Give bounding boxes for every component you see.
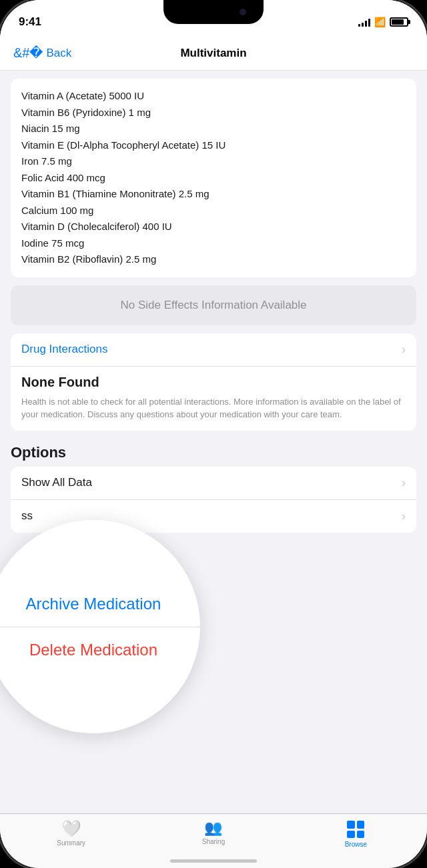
ingredient-item: Vitamin D (Cholecalciferol) 400 IU bbox=[21, 219, 406, 235]
ingredients-card: Vitamin A (Acetate) 5000 IU Vitamin B6 (… bbox=[11, 79, 416, 277]
signal-icon bbox=[358, 17, 370, 27]
status-icons: 📶 bbox=[358, 17, 408, 27]
status-time: 9:41 bbox=[19, 15, 41, 29]
chevron-right-icon: › bbox=[402, 509, 406, 523]
wifi-icon: 📶 bbox=[374, 17, 386, 27]
tab-sharing-label: Sharing bbox=[202, 838, 225, 845]
tab-sharing[interactable]: 👥 Sharing bbox=[142, 821, 284, 845]
back-button[interactable]: &#� Back bbox=[13, 47, 71, 60]
options-row-label: Show All Data bbox=[21, 476, 92, 489]
battery-icon bbox=[390, 17, 408, 27]
drug-interactions-header[interactable]: Drug Interactions › bbox=[11, 333, 416, 367]
drug-status: None Found bbox=[11, 367, 416, 393]
ingredient-item: Folic Acid 400 mcg bbox=[21, 170, 406, 187]
ingredient-item: Vitamin B6 (Pyridoxine) 1 mg bbox=[21, 105, 406, 121]
magnify-overlay: Archive Medication Delete Medication bbox=[0, 520, 200, 733]
ingredient-item: Calcium 100 mg bbox=[21, 203, 406, 219]
nav-bar: &#� Back Multivitamin bbox=[0, 36, 427, 71]
drug-interactions-label: Drug Interactions bbox=[21, 343, 107, 356]
main-content: Vitamin A (Acetate) 5000 IU Vitamin B6 (… bbox=[0, 71, 427, 813]
ingredient-item: Vitamin A (Acetate) 5000 IU bbox=[21, 88, 406, 105]
tab-summary-label: Summary bbox=[57, 839, 85, 847]
chevron-right-icon: › bbox=[402, 343, 406, 357]
notch bbox=[163, 0, 264, 24]
browse-icon bbox=[347, 821, 364, 838]
battery-fill bbox=[392, 19, 404, 25]
chevron-right-icon: › bbox=[402, 476, 406, 490]
home-indicator bbox=[170, 859, 257, 863]
archive-medication-button[interactable]: Archive Medication bbox=[0, 581, 200, 627]
page-title: Multivitamin bbox=[180, 47, 246, 60]
back-chevron-icon: &#� bbox=[13, 46, 43, 59]
drug-disclaimer: Health is not able to check for all pote… bbox=[11, 393, 416, 431]
sharing-icon: 👥 bbox=[204, 821, 222, 835]
options-section-header: Options bbox=[0, 431, 427, 467]
ingredient-item: Niacin 15 mg bbox=[21, 121, 406, 137]
options-row-show-all[interactable]: Show All Data › bbox=[11, 467, 416, 500]
tab-browse[interactable]: Browse bbox=[285, 821, 427, 848]
ingredient-item: Iodine 75 mcg bbox=[21, 235, 406, 252]
tab-browse-label: Browse bbox=[345, 841, 367, 848]
options-row-label: ss bbox=[21, 509, 33, 523]
side-effects-message: No Side Effects Information Available bbox=[120, 299, 306, 311]
drug-interactions-card: Drug Interactions › None Found Health is… bbox=[11, 333, 416, 431]
ingredient-item: Vitamin B2 (Riboflavin) 2.5 mg bbox=[21, 251, 406, 268]
ingredient-item: Vitamin E (Dl-Alpha Tocopheryl Acetate) … bbox=[21, 137, 406, 154]
ingredient-item: Vitamin B1 (Thiamine Mononitrate) 2.5 mg bbox=[21, 186, 406, 203]
ingredient-item: Iron 7.5 mg bbox=[21, 153, 406, 170]
ingredients-list: Vitamin A (Acetate) 5000 IU Vitamin B6 (… bbox=[21, 88, 406, 268]
tab-summary[interactable]: 🤍 Summary bbox=[0, 821, 142, 847]
heart-icon: 🤍 bbox=[61, 821, 81, 837]
delete-medication-button[interactable]: Delete Medication bbox=[0, 627, 200, 673]
side-effects-card: No Side Effects Information Available bbox=[11, 285, 416, 325]
status-bar: 9:41 📶 bbox=[0, 0, 427, 36]
back-label: Back bbox=[46, 47, 71, 60]
notch-dot bbox=[240, 9, 246, 15]
phone-frame: 9:41 📶 &#� Back Multivitamin Vitamin A (… bbox=[0, 0, 427, 868]
